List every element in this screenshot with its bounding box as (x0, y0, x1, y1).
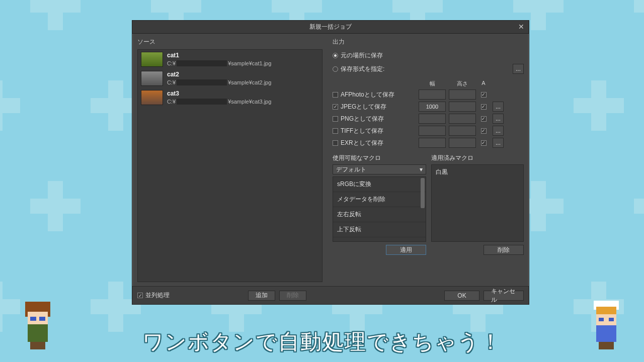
format-options-button[interactable]: ... (493, 102, 504, 112)
aspect-checkbox[interactable] (481, 140, 487, 146)
macro-item[interactable]: 切り抜き (333, 237, 426, 242)
delete-button[interactable]: 削除 (279, 291, 306, 301)
source-path: C:¥¥sample¥cat1.jpg (167, 60, 319, 66)
thumbnail (141, 52, 163, 67)
width-field[interactable] (419, 138, 446, 148)
radio-save-as[interactable]: 保存形式を指定: (333, 65, 384, 73)
dialog-title: 新規一括ジョブ (309, 23, 352, 31)
source-path: C:¥¥sample¥cat2.jpg (167, 79, 319, 85)
source-item[interactable]: cat1 C:¥¥sample¥cat1.jpg (138, 50, 322, 69)
format-checkbox[interactable]: TIFFとして保存 (333, 127, 383, 135)
source-section-label: ソース (137, 38, 323, 46)
macro-item[interactable]: 左右反転 (333, 207, 426, 222)
ok-button[interactable]: OK (444, 291, 479, 301)
format-checkbox[interactable]: AFPhotoとして保存 (333, 90, 394, 99)
chevron-down-icon: ▾ (420, 166, 423, 173)
height-field[interactable] (449, 138, 476, 148)
source-name: cat3 (167, 90, 319, 97)
height-field[interactable] (449, 102, 476, 112)
format-options-button[interactable]: ... (493, 114, 504, 124)
col-aspect: A (477, 80, 490, 87)
aspect-checkbox[interactable] (481, 92, 487, 98)
height-field[interactable] (449, 89, 476, 100)
apply-macro-button[interactable]: 適用 (386, 245, 426, 255)
width-field[interactable] (419, 89, 446, 100)
format-options-button[interactable]: ... (493, 138, 504, 148)
height-field[interactable] (449, 126, 476, 136)
close-icon[interactable]: ✕ (517, 22, 526, 31)
source-item[interactable]: cat2 C:¥¥sample¥cat2.jpg (138, 69, 322, 88)
height-field[interactable] (449, 114, 476, 124)
format-checkbox[interactable]: JPEGとして保存 (333, 103, 386, 111)
width-field[interactable] (419, 126, 446, 136)
applied-macros-label: 適用済みマクロ (431, 154, 524, 162)
titlebar: 新規一括ジョブ ✕ (132, 21, 529, 34)
source-list[interactable]: cat1 C:¥¥sample¥cat1.jpg cat2 C:¥¥sample… (137, 49, 323, 282)
radio-save-original[interactable]: 元の場所に保存 (333, 51, 383, 60)
source-name: cat1 (167, 52, 319, 59)
remove-macro-button[interactable]: 削除 (484, 245, 524, 255)
macro-item[interactable]: sRGBに変換 (333, 177, 426, 192)
col-width: 幅 (417, 80, 447, 87)
scrollbar[interactable] (421, 178, 425, 208)
macro-item[interactable]: 上下反転 (333, 222, 426, 237)
source-path: C:¥¥sample¥cat3.jpg (167, 99, 319, 105)
output-section-label: 出力 (333, 38, 524, 46)
width-field[interactable] (419, 114, 446, 124)
format-checkbox[interactable]: PNGとして保存 (333, 115, 384, 123)
col-height: 高さ (447, 80, 477, 87)
aspect-checkbox[interactable] (481, 104, 487, 110)
available-macros-list[interactable]: sRGBに変換メタデータを削除左右反転上下反転切り抜き (333, 176, 426, 242)
aspect-checkbox[interactable] (481, 128, 487, 134)
macro-group-select[interactable]: デフォルト ▾ (333, 164, 426, 174)
applied-macros-list[interactable]: 白黒 (431, 164, 524, 242)
applied-macro-item[interactable]: 白黒 (436, 168, 519, 176)
parallel-checkbox[interactable]: 並列処理 (137, 291, 170, 300)
aspect-checkbox[interactable] (481, 116, 487, 122)
format-checkbox[interactable]: EXRとして保存 (333, 139, 383, 147)
macro-item[interactable]: メタデータを削除 (333, 192, 426, 207)
source-item[interactable]: cat3 C:¥¥sample¥cat3.jpg (138, 88, 322, 107)
thumbnail (141, 90, 163, 105)
available-macros-label: 使用可能なマクロ (333, 154, 426, 162)
add-button[interactable]: 追加 (248, 291, 275, 301)
browse-button[interactable]: ... (513, 64, 524, 74)
thumbnail (141, 71, 163, 86)
format-options-button[interactable]: ... (493, 126, 504, 136)
caption-text: ワンボタンで自動処理できちゃう！ (0, 328, 644, 356)
cancel-button[interactable]: キャンセル (484, 291, 524, 301)
width-field[interactable]: 1000 (419, 102, 446, 112)
batch-job-dialog: 新規一括ジョブ ✕ ソース cat1 C:¥¥sample¥cat1.jpg c… (132, 20, 529, 305)
source-name: cat2 (167, 71, 319, 78)
